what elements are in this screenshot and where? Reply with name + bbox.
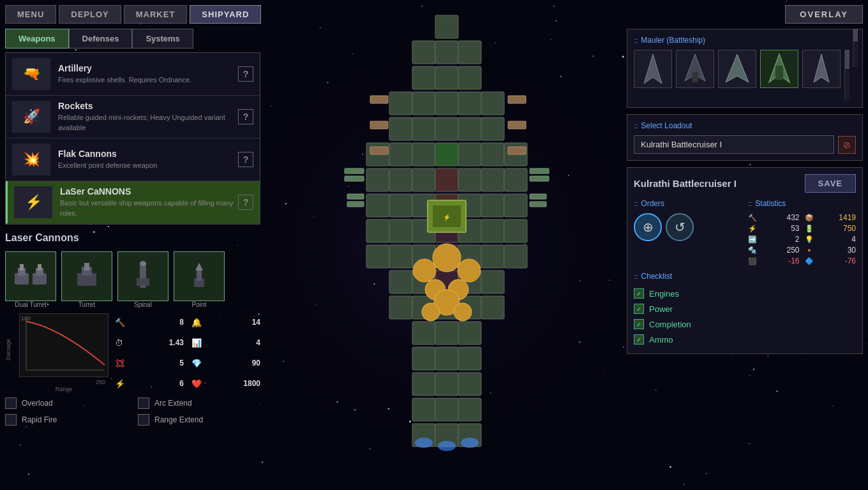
order-attack-icon[interactable]: ⊕ (634, 213, 662, 241)
ship-svg: ⚡ (338, 9, 555, 481)
svg-rect-8 (84, 263, 89, 271)
svg-rect-86 (412, 373, 435, 396)
stat-speed2-icon: ⚡ (748, 225, 757, 233)
svg-rect-118 (530, 194, 546, 199)
menu-button[interactable]: MENU (5, 5, 56, 24)
spinal-label: Spinal (134, 301, 152, 308)
svg-rect-70 (389, 271, 412, 293)
svg-rect-34 (481, 117, 504, 140)
order-defend-icon[interactable]: ↺ (666, 213, 694, 241)
flak-name: Flak Cannons (58, 149, 238, 159)
power-check-label: Power (649, 304, 673, 314)
range-extend-option[interactable]: Range Extend (138, 414, 260, 426)
rapid-fire-option[interactable]: Rapid Fire (5, 414, 128, 426)
rockets-name: Rockets (58, 101, 238, 111)
ship-selector-scrollbar[interactable] (844, 50, 849, 101)
laser-desc: Basic but versatile ship weapons capable… (60, 198, 238, 218)
rockets-help[interactable]: ? (238, 109, 253, 124)
ship-thumb-1[interactable] (634, 50, 672, 88)
right-panel: Mauler (Battleship) (627, 29, 863, 485)
stat-hull: ❤️ 1800 (191, 375, 260, 392)
stat-engines-icon: ➡️ (748, 235, 757, 244)
stat-crew-num: 250 (786, 246, 799, 255)
variant-point[interactable] (174, 251, 225, 301)
save-button[interactable]: SAVE (805, 174, 856, 193)
statistics-label: Statistics (748, 199, 856, 208)
stat-cost-val: 90 (252, 359, 260, 368)
stat-row-speed2: ⚡ 53 (748, 224, 800, 233)
artillery-help[interactable]: ? (238, 66, 253, 82)
svg-rect-10 (137, 278, 149, 286)
svg-rect-114 (347, 194, 364, 199)
svg-rect-47 (481, 168, 504, 191)
stat-row-power: 💡 4 (805, 235, 857, 244)
weapon-item-flak[interactable]: 💥 Flak Cannons Excellent point defense w… (6, 138, 260, 181)
variant-turret[interactable] (61, 251, 112, 301)
ship-thumb-4[interactable] (760, 50, 798, 88)
tab-weapons[interactable]: Weapons (5, 29, 69, 48)
svg-point-101 (433, 244, 461, 272)
ship-thumb-3[interactable] (718, 50, 756, 88)
weapon-item-artillery[interactable]: 🔫 Artillery Fires explosive shells. Requ… (6, 53, 260, 96)
svg-rect-113 (345, 176, 364, 181)
stat-damage-val: 8 (179, 318, 184, 327)
weapon-list: 🔫 Artillery Fires explosive shells. Requ… (5, 52, 260, 225)
svg-point-121 (438, 441, 456, 451)
ship-thumbnails (634, 50, 841, 101)
variant-spinal[interactable] (117, 251, 168, 301)
hull-icon: ❤️ (191, 379, 203, 389)
overload-option[interactable]: Overload (5, 397, 128, 409)
stat-shield2-num: 750 (843, 224, 856, 233)
stat-damage-num: 432 (786, 213, 799, 222)
range-extend-checkbox[interactable] (138, 414, 149, 426)
overload-checkbox[interactable] (5, 397, 17, 409)
deploy-button[interactable]: DEPLOY (59, 5, 121, 24)
svg-rect-62 (504, 219, 527, 242)
svg-rect-90 (435, 398, 458, 421)
loadout-input[interactable] (634, 135, 834, 154)
svg-rect-97 (370, 147, 388, 154)
ship-thumb-5[interactable] (802, 50, 841, 88)
svg-point-108 (454, 303, 472, 321)
stat-neg1-icon: ⬛ (748, 257, 757, 265)
flak-desc: Excellent point defense weapon (58, 161, 238, 170)
shipyard-button[interactable]: SHIPYARD (190, 5, 261, 24)
loadout-delete-button[interactable]: ⊘ (838, 136, 856, 154)
checklist-label: Checklist (634, 272, 856, 281)
weapon-item-laser[interactable]: ⚡ LaSer CaNNONS Basic but versatile ship… (6, 181, 260, 224)
tab-systems[interactable]: Systems (132, 29, 193, 48)
loadout-scrollbar[interactable] (853, 29, 858, 67)
engines-check-label: Engines (649, 289, 679, 299)
scrollbar-thumb (845, 50, 849, 69)
ship-thumb-2[interactable] (676, 50, 714, 88)
svg-rect-5 (38, 264, 41, 271)
check-ammo: ✓ Ammo (634, 332, 856, 347)
ship-display: ⚡ (338, 9, 555, 481)
laser-help[interactable]: ? (238, 195, 253, 210)
svg-rect-40 (481, 143, 504, 166)
weapon-item-rockets[interactable]: 🚀 Rockets Reliable guided mini-rockets; … (6, 96, 260, 138)
arc-extend-checkbox[interactable] (138, 397, 149, 409)
svg-point-122 (461, 438, 479, 448)
turret-label: Turret (79, 301, 95, 308)
stat-neg1-num: -16 (788, 256, 799, 265)
stat-defense-num: 30 (848, 246, 856, 255)
arc-extend-option[interactable]: Arc Extend (138, 397, 260, 409)
variant-dual-turret[interactable] (5, 251, 56, 301)
point-label: Point (192, 301, 207, 308)
rapid-fire-checkbox[interactable] (5, 414, 17, 426)
svg-rect-44 (412, 168, 435, 191)
artillery-desc: Fires explosive shells. Requires Ordnanc… (58, 75, 238, 85)
laser-icon: ⚡ (14, 186, 52, 218)
overlay-button[interactable]: OVERLAY (785, 5, 863, 24)
flak-help[interactable]: ? (238, 152, 253, 167)
stats-chart-area: 100 250 Range Damage 🔨 8 🔔 (5, 313, 260, 392)
range-bars-icon: 📊 (191, 338, 203, 348)
svg-rect-13 (197, 271, 202, 281)
market-button[interactable]: MARKET (124, 5, 188, 24)
svg-rect-18 (435, 15, 458, 38)
svg-rect-23 (435, 66, 458, 89)
stat-energy-val: 6 (179, 379, 184, 388)
top-navigation: MENU DEPLOY MARKET SHIPYARD (5, 5, 261, 24)
tab-defenses[interactable]: Defenses (69, 29, 133, 48)
